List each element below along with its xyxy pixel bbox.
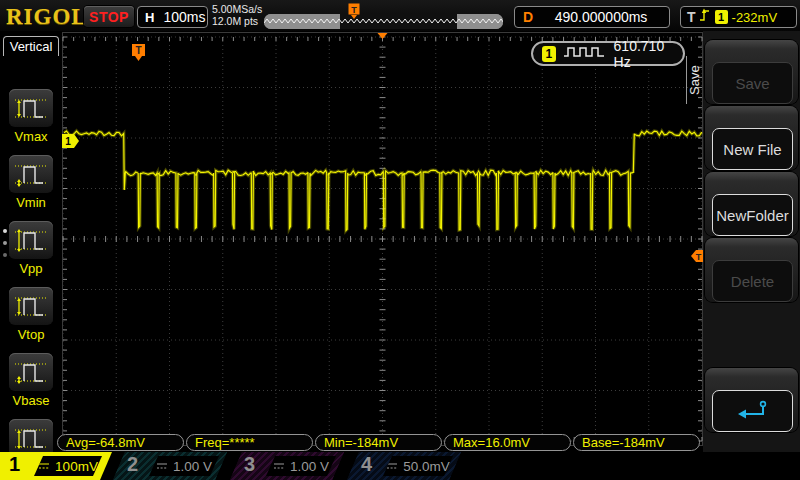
measure-menu: Vertical VmaxVminVppVtopVbaseVamp [0,31,62,452]
graticule-ticks [63,37,702,441]
waveform-position-bar[interactable] [264,14,503,29]
frequency-counter-readout: 1 610.710 Hz [531,41,685,66]
waveform-display-area: 1TT 1 610.710 Hz [62,31,703,452]
run-stop-status-button[interactable]: STOP [84,6,134,27]
channel-number: 1 [9,453,20,476]
horizontal-timebase-box[interactable]: H 100ms [137,6,208,28]
vamp-icon [13,423,49,453]
channel-number: 4 [361,453,372,476]
svg-text:1: 1 [65,136,71,147]
new-file-button[interactable]: New File [712,128,793,170]
dc-coupling-icon [38,461,50,471]
svg-text:T: T [696,252,702,262]
horizontal-label: H [145,10,154,25]
measure-button-label: Vtop [0,327,62,342]
return-arrow-icon [736,399,770,423]
waveform-plot: 1TT [62,31,703,452]
top-status-bar: RIGOL STOP H 100ms 5.00MSa/s 12.0M pts T… [0,0,800,32]
trigger-position-flag-icon[interactable]: T [348,3,360,20]
channel-scale-box: 50.0mV [383,456,453,476]
save-button: Save [712,62,793,104]
save-menu: SaveNew FileNewFolderDelete [703,31,800,452]
channel-scale-value: 50.0mV [403,459,450,474]
memory-depth: 12.0M pts [212,16,262,28]
dc-coupling-icon [156,461,168,471]
channel-scale-box: 1.00 V [266,456,336,476]
ch1-reference-marker: 1 [62,134,79,148]
measurement-readout: Max=16.0mV [444,434,571,451]
oscilloscope-screen: RIGOL STOP H 100ms 5.00MSa/s 12.0M pts T… [0,0,800,480]
channel-status-bar: 1100mV21.00 V31.00 V450.0mV [0,452,800,480]
channel-2-status[interactable]: 21.00 V [113,452,227,480]
counter-channel-badge: 1 [542,46,556,62]
vtop-icon [13,291,49,321]
channel-4-status[interactable]: 450.0mV [347,452,461,480]
channel-scale-value: 1.00 V [290,459,329,474]
vpp-icon [13,225,49,255]
menu-page-dot [3,241,7,245]
menu-page-dot [3,229,7,233]
channel-number: 2 [127,453,138,476]
timebase-value: 100ms [163,9,205,25]
dc-coupling-icon [386,461,398,471]
measure-button-vpp[interactable] [9,221,53,259]
measurement-readout: Freq=***** [186,434,313,451]
measurement-readout: Min=-184mV [315,434,442,451]
channel-number: 3 [244,453,255,476]
trigger-level-marker: T [691,250,703,262]
delay-value: 490.000000ms [533,9,669,25]
measure-button-label: Vmin [0,195,62,210]
delay-label: D [523,9,533,25]
trigger-readout-box[interactable]: T 1 -232mV [680,6,797,28]
back-button[interactable] [712,390,793,432]
trigger-source-badge: 1 [715,10,728,24]
measure-button-label: Vpp [0,261,62,276]
measure-menu-title: Vertical [3,36,59,56]
vmin-icon [13,159,49,189]
measure-button-vtop[interactable] [9,287,53,325]
measurement-readout: Base=-184mV [573,434,700,451]
svg-text:T: T [135,45,141,56]
channel-1-status[interactable]: 1100mV [0,452,112,480]
delay-readout-box[interactable]: D 490.000000ms [514,6,670,28]
sample-rate: 5.00MSa/s [212,4,262,16]
square-wave-icon [563,44,607,63]
menu-page-dot [3,253,7,257]
rising-edge-icon [700,7,711,27]
delete-button: Delete [712,260,793,302]
brand-logo: RIGOL [6,4,88,30]
dc-coupling-icon [273,461,285,471]
counter-frequency-value: 610.710 Hz [614,38,683,70]
channel-scale-box: 1.00 V [149,456,219,476]
trigger-position-marker: T [132,44,145,61]
vbase-icon [13,357,49,387]
measurement-readout: Avg=-64.8mV [57,434,184,451]
channel-3-status[interactable]: 31.00 V [230,452,344,480]
trigger-label: T [687,9,696,25]
screen-center-marker [378,33,388,39]
save-menu-tab: Save [686,56,704,104]
svg-text:T: T [351,5,357,15]
measure-button-vmax[interactable] [9,89,53,127]
measure-button-label: Vmax [0,129,62,144]
vmax-icon [13,93,49,123]
channel-scale-value: 100mV [55,459,98,474]
channel-scale-box: 100mV [34,456,102,476]
measure-button-vmin[interactable] [9,155,53,193]
acquisition-info: 5.00MSa/s 12.0M pts [212,4,262,27]
measure-button-vbase[interactable] [9,353,53,391]
measure-button-label: Vbase [0,393,62,408]
channel-scale-value: 1.00 V [173,459,212,474]
trigger-level-value: -232mV [732,10,778,25]
newfolder-button[interactable]: NewFolder [712,194,793,236]
